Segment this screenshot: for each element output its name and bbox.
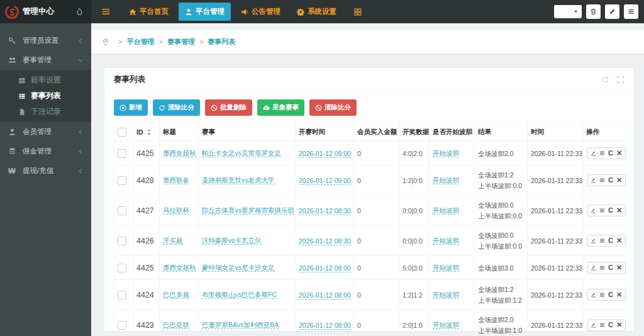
match-link[interactable]: 蒙特瑞女足vs尼卡沙女足 xyxy=(202,264,275,272)
start-time-link[interactable]: 2026-01-12 08:00 xyxy=(299,264,351,272)
bodan-link[interactable]: 开始波胆 xyxy=(433,206,459,215)
select-all-checkbox[interactable] xyxy=(118,128,126,137)
row-checkbox[interactable] xyxy=(118,291,126,300)
edit-icon[interactable] xyxy=(591,177,596,183)
column-header-0[interactable]: ID xyxy=(133,123,160,142)
refresh-icon[interactable]: C xyxy=(608,177,613,184)
start-time-link[interactable]: 2026-01-12 09:00 xyxy=(299,177,351,185)
edit-icon[interactable] xyxy=(591,265,596,271)
start-time-link[interactable]: 2026-01-12 08:30 xyxy=(299,207,351,215)
nav-item-1[interactable]: 平台管理 xyxy=(179,3,231,21)
delete-icon[interactable]: ✕ xyxy=(616,237,622,244)
cell-time: 2026-01-11 22:33 xyxy=(528,256,583,280)
sidebar-item-3[interactable]: 佣金管理 xyxy=(0,142,91,161)
menu-toggle-icon[interactable] xyxy=(91,0,121,23)
edit-icon[interactable] xyxy=(591,208,596,213)
sidebar-item-2[interactable]: 会员管理 xyxy=(0,122,91,142)
row-checkbox[interactable] xyxy=(118,321,126,330)
row-checkbox[interactable] xyxy=(118,237,126,245)
list-icon[interactable] xyxy=(599,265,605,271)
refresh-icon[interactable]: C xyxy=(608,237,613,244)
sidebar-subitem-2[interactable]: 下注记录 xyxy=(0,104,91,120)
breadcrumb-link-0[interactable]: 平台管理 xyxy=(126,38,154,45)
toolbar-button-4[interactable]: 清除比分 xyxy=(309,99,357,116)
title-link[interactable]: 乌拉联杯 xyxy=(163,206,189,215)
nav-item-0[interactable]: 平台首页 xyxy=(123,3,175,21)
delete-icon[interactable]: ✕ xyxy=(616,291,622,298)
bodan-link[interactable]: 开始波胆 xyxy=(433,237,459,245)
droplet-icon[interactable] xyxy=(75,8,84,16)
title-link[interactable]: 墨西联春 xyxy=(163,176,189,184)
delete-icon[interactable]: ✕ xyxy=(616,150,622,157)
list-icon[interactable] xyxy=(599,322,605,328)
cell-amount: 0 xyxy=(354,280,399,310)
toolbar-button-0[interactable]: 新增 xyxy=(114,99,148,116)
refresh-icon[interactable]: C xyxy=(608,291,613,298)
refresh-icon[interactable]: C xyxy=(608,264,613,271)
edit-icon[interactable] xyxy=(591,150,596,156)
start-time-link[interactable]: 2026-01-12 08:00 xyxy=(299,291,351,300)
edit-icon[interactable] xyxy=(591,292,596,298)
toolbar-button-1[interactable]: 清除比分 xyxy=(153,99,200,116)
language-select[interactable] xyxy=(554,5,582,18)
sort-icon[interactable] xyxy=(145,128,153,136)
bodan-link[interactable]: 开始波胆 xyxy=(433,149,459,157)
fullscreen-icon[interactable] xyxy=(616,76,625,84)
edit-button[interactable] xyxy=(605,4,619,19)
breadcrumb-link-2[interactable]: 赛事列表 xyxy=(208,38,235,45)
sidebar-item-4[interactable]: ₩提现/充值 xyxy=(0,161,91,181)
title-link[interactable]: 巴巴亚联 xyxy=(163,321,189,329)
list-icon[interactable] xyxy=(599,177,605,183)
list-icon[interactable] xyxy=(599,292,605,298)
sidebar-subitem-1[interactable]: 赛事列表 xyxy=(0,88,91,104)
start-time-link[interactable]: 2026-01-12 08:30 xyxy=(299,237,351,245)
delete-icon[interactable]: ✕ xyxy=(616,207,622,214)
row-checkbox[interactable] xyxy=(118,176,126,185)
delete-icon[interactable]: ✕ xyxy=(616,177,622,184)
list-icon[interactable] xyxy=(599,150,605,156)
list-icon[interactable] xyxy=(599,238,605,244)
sidebar-item-0[interactable]: 管理员设置 xyxy=(0,31,91,50)
row-checkbox[interactable] xyxy=(118,264,126,272)
row-checkbox[interactable] xyxy=(118,206,126,215)
refresh-icon[interactable]: C xyxy=(608,207,613,214)
bodan-link[interactable]: 开始波胆 xyxy=(433,264,459,272)
toolbar-button-3[interactable]: 采集赛事 xyxy=(257,99,304,116)
cell-id: 4423 xyxy=(133,310,160,336)
row-checkbox[interactable] xyxy=(118,149,126,158)
list-icon[interactable] xyxy=(599,208,605,213)
refresh-icon[interactable]: C xyxy=(608,150,613,157)
match-link[interactable]: 圣路易斯竞技vs老虎大学 xyxy=(202,176,275,184)
bodan-link[interactable]: 开始波胆 xyxy=(433,321,459,329)
nav-item-3[interactable]: 系统设置 xyxy=(291,3,343,21)
title-link[interactable]: 墨西女超秋 xyxy=(163,264,196,272)
nav-item-2[interactable]: 公告管理 xyxy=(235,3,287,21)
title-link[interactable]: 牙买超 xyxy=(163,237,183,245)
apps-grid-icon[interactable] xyxy=(345,0,371,23)
breadcrumb-link-1[interactable]: 赛事管理 xyxy=(167,38,195,45)
title-link[interactable]: 墨西女超秋 xyxy=(163,149,196,157)
title-link[interactable]: 巴巴多超 xyxy=(163,291,189,299)
delete-icon[interactable]: ✕ xyxy=(616,322,622,328)
list-button[interactable] xyxy=(624,4,638,19)
delete-icon[interactable]: ✕ xyxy=(616,264,622,271)
bodan-link[interactable]: 开始波胆 xyxy=(433,291,459,299)
refresh-icon[interactable]: C xyxy=(608,322,613,328)
match-link[interactable]: 防丘吉体育vs普罗格雷索俱乐部 xyxy=(202,206,294,215)
trash-button[interactable] xyxy=(586,4,601,19)
match-link[interactable]: 布里顿斯山vs巴巴多斯FC xyxy=(202,291,277,299)
match-link[interactable]: 沃特豪斯vs卡瓦立尔 xyxy=(202,237,262,245)
start-time-link[interactable]: 2026-01-12 09:00 xyxy=(299,150,351,158)
sidebar-subitem-0[interactable]: 赔率设置 xyxy=(0,72,91,88)
cell-amount: 0 xyxy=(354,196,399,226)
brand: 管理中心 xyxy=(0,0,91,23)
start-time-link[interactable]: 2026-01-12 08:00 xyxy=(299,322,351,330)
refresh-icon[interactable] xyxy=(601,76,609,84)
edit-icon[interactable] xyxy=(591,238,596,244)
match-link[interactable]: 帕丘卡女足vs克雷塔罗女足 xyxy=(202,149,281,157)
bodan-link[interactable]: 开始波胆 xyxy=(433,176,459,184)
toolbar-button-2[interactable]: 批量删除 xyxy=(205,99,252,116)
edit-icon[interactable] xyxy=(591,322,596,328)
sidebar-item-1[interactable]: 赛事管理 xyxy=(0,50,91,70)
match-link[interactable]: 巴塞罗那BAvs加利西亚BA xyxy=(202,321,279,329)
